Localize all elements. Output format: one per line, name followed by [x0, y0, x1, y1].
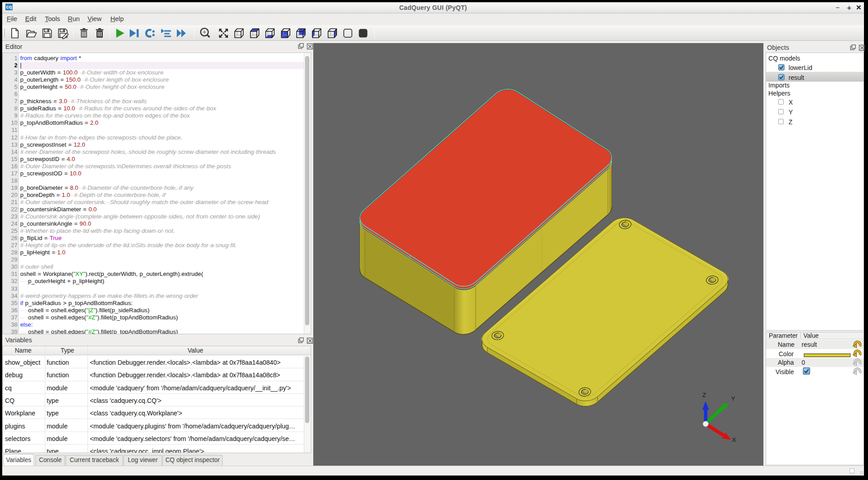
svg-text:Y: Y: [731, 395, 735, 402]
svg-text:Z: Z: [702, 392, 706, 398]
svg-text:X: X: [732, 436, 736, 443]
